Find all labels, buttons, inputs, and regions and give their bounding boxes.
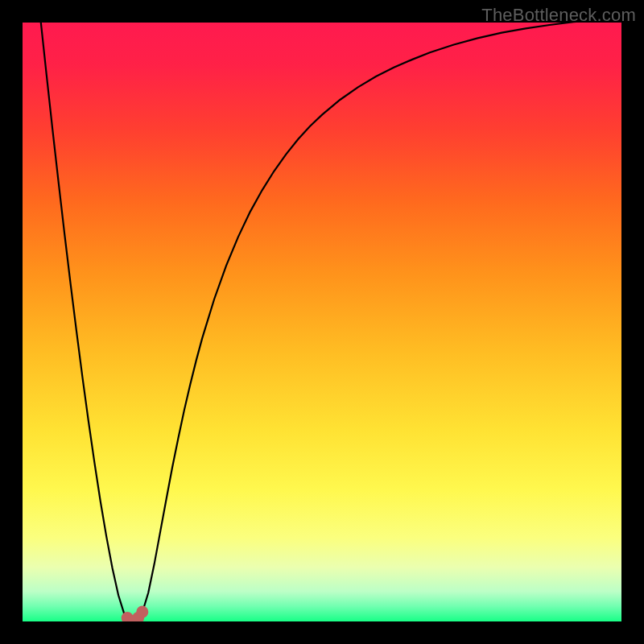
data-marker bbox=[136, 606, 148, 618]
chart-frame: TheBottleneck.com bbox=[0, 0, 644, 644]
gradient-background bbox=[23, 23, 621, 621]
watermark-text: TheBottleneck.com bbox=[481, 5, 636, 26]
bottleneck-chart bbox=[23, 23, 621, 621]
